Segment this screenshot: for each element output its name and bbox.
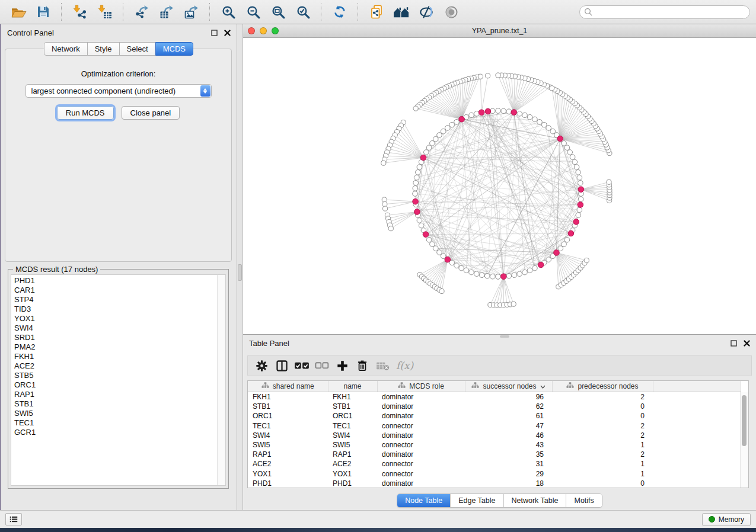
export-table-button[interactable] [157,2,177,21]
memory-button[interactable]: Memory [702,513,751,526]
cell-successor-nodes[interactable]: 61 [465,411,552,421]
close-panel-button[interactable] [224,30,231,36]
cell-shared-name[interactable]: FKH1 [248,392,328,402]
cell-shared-name[interactable]: TEC1 [248,421,328,431]
table-row[interactable]: TEC1TEC1connector472 [248,421,741,431]
column-header-successor-nodes[interactable]: successor nodes [465,381,552,392]
cell-shared-name[interactable]: SWI5 [248,440,328,450]
export-image-button[interactable] [181,2,202,21]
cell-shared-name[interactable]: ORC1 [248,411,328,421]
cell-predecessor-nodes[interactable]: 1 [552,459,653,469]
import-table-button[interactable] [95,2,115,21]
table-scrollbar[interactable] [740,392,748,488]
open-file-button[interactable] [8,2,28,21]
mcds-result-item[interactable]: FKH1 [14,352,225,361]
cell-successor-nodes[interactable]: 35 [465,450,552,459]
table-row[interactable]: STB1STB1dominator620 [248,402,741,411]
cell-predecessor-nodes[interactable]: 0 [552,402,653,411]
cell-successor-nodes[interactable]: 29 [465,469,552,479]
float-table-panel-button[interactable] [731,340,737,347]
window-minimize-button[interactable] [260,27,267,34]
mcds-list-scrollbar[interactable] [217,275,225,485]
zoom-out-button[interactable] [243,2,263,21]
network-graph[interactable] [243,38,756,334]
close-panel-button-2[interactable]: Close panel [122,106,180,120]
horizontal-splitter-grip[interactable] [500,335,509,338]
import-network-button[interactable] [70,2,90,21]
export-network-button[interactable] [132,2,152,21]
table-row[interactable]: FKH1FKH1dominator962 [248,392,741,402]
deselect-all-columns-button[interactable] [313,357,331,374]
tab-mcds[interactable]: MCDS [155,42,193,56]
cell-name[interactable]: PHD1 [328,479,377,488]
cell-successor-nodes[interactable]: 43 [465,440,552,450]
column-header-shared-name[interactable]: shared name [248,381,328,392]
cell-predecessor-nodes[interactable]: 2 [552,450,653,459]
toggle-graphics-details-button[interactable] [416,2,436,21]
mcds-result-item[interactable]: STP4 [14,295,225,305]
delete-column-button[interactable] [353,357,371,374]
window-maximize-button[interactable] [272,27,279,34]
houses-button[interactable] [391,2,412,21]
cell-MCDS-role[interactable]: connector [377,469,465,479]
cell-successor-nodes[interactable]: 31 [465,459,552,469]
window-close-button[interactable] [248,27,255,34]
float-panel-button[interactable] [211,30,218,36]
cell-MCDS-role[interactable]: dominator [377,479,465,488]
run-mcds-button[interactable]: Run MCDS [57,106,114,120]
mcds-result-item[interactable]: SWI5 [14,409,225,418]
table-row[interactable]: ACE2ACE2connector311 [248,459,741,469]
mcds-result-item[interactable]: TEC1 [14,418,225,428]
close-table-panel-button[interactable] [744,340,750,347]
mcds-result-item[interactable]: STB1 [14,399,225,409]
cell-predecessor-nodes[interactable]: 2 [552,421,653,431]
mcds-result-item[interactable]: ACE2 [14,361,225,371]
cell-shared-name[interactable]: RAP1 [248,450,328,459]
tab-motifs[interactable]: Motifs [566,494,601,507]
cell-name[interactable]: ORC1 [328,411,377,421]
cell-shared-name[interactable]: STB1 [248,402,328,411]
cell-shared-name[interactable]: SWI4 [248,431,328,440]
tab-node-table[interactable]: Node Table [397,494,451,507]
cell-MCDS-role[interactable]: dominator [377,411,465,421]
tab-select[interactable]: Select [119,42,156,56]
tab-network[interactable]: Network [44,42,88,56]
mcds-result-item[interactable]: ORC1 [14,380,225,390]
cell-name[interactable]: STB1 [328,402,377,411]
vertical-splitter[interactable] [237,24,243,510]
preview-eye-button[interactable] [441,2,461,21]
cell-name[interactable]: SWI5 [328,440,377,450]
mcds-result-item[interactable]: SWI4 [14,323,225,333]
mcds-result-item[interactable]: TID3 [14,305,225,314]
table-scrollbar-thumb[interactable] [742,395,747,446]
cell-name[interactable]: YOX1 [328,469,377,479]
column-header-MCDS-role[interactable]: MCDS role [377,381,465,392]
cell-MCDS-role[interactable]: dominator [377,431,465,440]
cell-successor-nodes[interactable]: 62 [465,402,552,411]
cell-predecessor-nodes[interactable]: 0 [552,411,653,421]
cell-successor-nodes[interactable]: 46 [465,431,552,440]
mcds-result-item[interactable]: PMA2 [14,342,225,352]
tab-edge-table[interactable]: Edge Table [451,494,503,507]
cell-MCDS-role[interactable]: connector [377,421,465,431]
table-row[interactable]: RAP1RAP1dominator352 [248,450,741,459]
toggle-columns-button[interactable] [273,357,291,374]
table-row[interactable]: ORC1ORC1dominator610 [248,411,741,421]
table-row[interactable]: SWI5SWI5connector431 [248,440,741,450]
mcds-result-item[interactable]: RAP1 [14,390,225,399]
cell-name[interactable]: SWI4 [328,431,377,440]
save-session-button[interactable] [33,2,53,21]
select-all-columns-button[interactable] [293,357,311,374]
cell-predecessor-nodes[interactable]: 1 [552,469,653,479]
mcds-result-list[interactable]: PHD1CAR1STP4TID3YOX1SWI4SRD1PMA2FKH1ACE2… [11,274,226,486]
zoom-selected-button[interactable] [293,2,313,21]
cell-predecessor-nodes[interactable]: 2 [552,392,653,402]
sort-chevron-icon[interactable] [540,382,546,390]
cell-MCDS-role[interactable]: connector [377,440,465,450]
cell-MCDS-role[interactable]: dominator [377,392,465,402]
column-header-predecessor-nodes[interactable]: predecessor nodes [552,381,653,392]
cell-successor-nodes[interactable]: 47 [465,421,552,431]
cell-shared-name[interactable]: PHD1 [248,479,328,488]
task-history-button[interactable] [5,513,22,525]
clone-network-button[interactable] [366,2,387,21]
